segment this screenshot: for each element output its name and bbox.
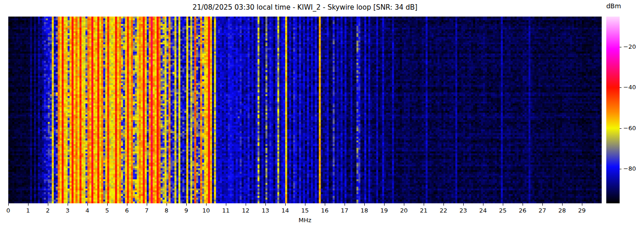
x-tick xyxy=(68,203,68,206)
x-tick-label: 16 xyxy=(318,207,332,214)
x-tick xyxy=(186,203,187,206)
x-tick xyxy=(167,203,167,206)
x-tick xyxy=(384,203,385,206)
x-tick-label: 20 xyxy=(397,207,411,214)
x-tick-label: 21 xyxy=(417,207,431,214)
x-tick-label: 23 xyxy=(456,207,470,214)
x-tick xyxy=(542,203,543,206)
x-tick-label: 25 xyxy=(496,207,510,214)
chart-title: 21/08/2025 03:30 local time - KIWI_2 - S… xyxy=(8,3,602,12)
x-tick xyxy=(28,203,29,206)
colorbar-tick-label: −80 xyxy=(623,165,642,172)
colorbar-tick-label: −40 xyxy=(623,84,642,91)
x-tick-label: 6 xyxy=(120,207,134,214)
x-tick xyxy=(87,203,88,206)
spectrogram-figure: 21/08/2025 03:30 local time - KIWI_2 - S… xyxy=(0,0,644,230)
x-axis-label: MHz xyxy=(8,217,602,224)
x-tick-label: 26 xyxy=(516,207,529,214)
x-tick xyxy=(147,203,147,206)
colorbar-unit-label: dBm xyxy=(603,2,625,10)
x-tick xyxy=(226,203,226,206)
x-tick xyxy=(582,203,582,206)
x-tick xyxy=(107,203,108,206)
x-tick xyxy=(265,203,266,206)
x-tick-label: 27 xyxy=(535,207,549,214)
x-tick-label: 4 xyxy=(80,207,94,214)
colorbar-gradient xyxy=(606,17,620,203)
x-tick-label: 8 xyxy=(160,207,173,214)
x-tick-label: 15 xyxy=(298,207,312,214)
x-tick-label: 18 xyxy=(357,207,371,214)
x-tick xyxy=(364,203,365,206)
x-tick xyxy=(443,203,444,206)
x-tick-label: 13 xyxy=(259,207,272,214)
x-tick-label: 22 xyxy=(437,207,450,214)
colorbar-tick xyxy=(620,47,621,47)
colorbar-tick xyxy=(620,128,621,129)
x-tick xyxy=(503,203,503,206)
x-tick-label: 29 xyxy=(575,207,589,214)
waterfall-plot xyxy=(8,17,602,203)
x-tick-label: 17 xyxy=(338,207,351,214)
x-tick-label: 7 xyxy=(140,207,154,214)
x-tick xyxy=(285,203,286,206)
x-tick xyxy=(325,203,325,206)
x-tick-label: 1 xyxy=(21,207,35,214)
x-tick xyxy=(246,203,246,206)
x-tick-label: 11 xyxy=(219,207,233,214)
x-tick-label: 5 xyxy=(100,207,114,214)
x-tick-label: 12 xyxy=(239,207,253,214)
x-tick-label: 14 xyxy=(278,207,292,214)
x-tick xyxy=(523,203,523,206)
x-tick xyxy=(424,203,424,206)
x-tick xyxy=(127,203,127,206)
x-tick xyxy=(206,203,207,206)
x-tick-label: 9 xyxy=(179,207,193,214)
x-tick-label: 0 xyxy=(1,207,15,214)
x-tick xyxy=(8,203,9,206)
colorbar-tick-label: −60 xyxy=(623,125,642,132)
colorbar-tick xyxy=(620,87,621,88)
x-tick xyxy=(562,203,563,206)
x-tick xyxy=(305,203,305,206)
x-tick-label: 28 xyxy=(555,207,569,214)
colorbar-tick xyxy=(620,169,621,169)
x-tick xyxy=(48,203,48,206)
x-tick-label: 3 xyxy=(61,207,75,214)
x-tick-label: 24 xyxy=(476,207,490,214)
x-tick-label: 19 xyxy=(377,207,391,214)
x-tick xyxy=(404,203,404,206)
x-tick xyxy=(345,203,345,206)
x-tick-label: 10 xyxy=(199,207,213,214)
x-tick-label: 2 xyxy=(41,207,55,214)
colorbar-tick-label: −20 xyxy=(623,43,642,51)
x-tick xyxy=(463,203,464,206)
waterfall-canvas xyxy=(8,17,602,203)
x-tick xyxy=(483,203,483,206)
